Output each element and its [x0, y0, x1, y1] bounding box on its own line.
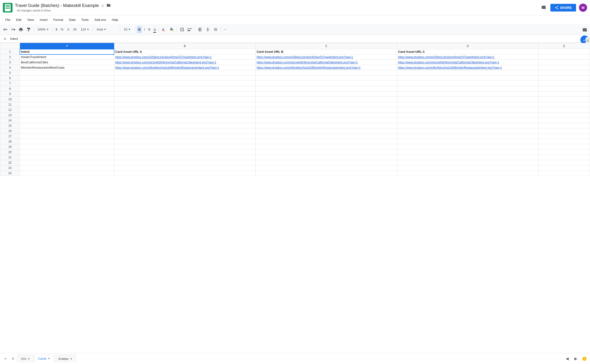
cell-r6-empty[interactable] — [538, 76, 590, 81]
cell-r6-c3[interactable] — [397, 76, 539, 81]
cell-r10-empty[interactable] — [538, 97, 590, 102]
cell-r3-c2[interactable]: https://www.dropbox.com/s/w1vefg5r9msyvh… — [256, 60, 397, 65]
align-v-button[interactable] — [204, 26, 211, 33]
strikethrough-button[interactable]: S — [147, 26, 152, 33]
cell-r17-c2[interactable] — [256, 134, 397, 139]
cell-r22-c2[interactable] — [256, 160, 397, 165]
cell-r19-c1[interactable] — [114, 144, 256, 150]
star-icon[interactable]: ☆ — [101, 3, 105, 8]
menu-insert[interactable]: Insert — [37, 17, 50, 23]
cell-r4-c1[interactable]: https://www.dropbox.com/s/8o4jdsrzfyq2ct… — [114, 65, 256, 70]
explore-button[interactable] — [581, 355, 588, 362]
cell-r4-c2[interactable]: https://www.dropbox.com/s/8o4jdsrzfyq2ct… — [256, 65, 397, 70]
cell-r3-c0[interactable]: BestCaliforniaCities — [20, 60, 114, 65]
col-header-c[interactable]: C — [256, 43, 397, 49]
cell-r1-c0[interactable]: Intent — [20, 49, 114, 54]
cell-r5-c3[interactable] — [397, 70, 539, 76]
cell-r22-c3[interactable] — [397, 160, 539, 165]
cell-r18-c1[interactable] — [114, 139, 256, 144]
cell-r23-c3[interactable] — [397, 165, 539, 171]
add-sheet-button[interactable]: + — [2, 355, 9, 362]
font-select[interactable]: Arial ▼ — [94, 26, 118, 33]
cell-r10-c3[interactable] — [397, 97, 539, 102]
cell-r4-empty[interactable] — [538, 65, 590, 70]
cell-r24-empty[interactable] — [538, 171, 590, 176]
cell-r11-c0[interactable] — [20, 102, 114, 107]
cell-r2-c0[interactable]: HowtoTravelIntent — [20, 54, 114, 60]
cell-r5-empty[interactable] — [538, 70, 590, 76]
cell-r18-empty[interactable] — [538, 139, 590, 144]
cell-r2-empty[interactable] — [538, 54, 590, 60]
cell-r23-c1[interactable] — [114, 165, 256, 171]
menu-edit[interactable]: Edit — [14, 17, 24, 23]
cell-r3-c1[interactable]: https://www.dropbox.com/s/w1vefg5r9msyvh… — [114, 60, 256, 65]
cell-r12-c1[interactable] — [114, 107, 256, 112]
cell-r24-c3[interactable] — [397, 171, 539, 176]
cell-r10-c1[interactable] — [114, 97, 256, 102]
print-button[interactable] — [17, 26, 25, 33]
cell-r19-c3[interactable] — [397, 144, 539, 150]
cell-r11-c1[interactable] — [114, 102, 256, 107]
underline-button[interactable]: U — [152, 26, 157, 33]
cell-r21-empty[interactable] — [538, 155, 590, 160]
cell-r6-c0[interactable] — [20, 76, 114, 81]
cell-r9-empty[interactable] — [538, 91, 590, 97]
formula-input[interactable] — [10, 37, 588, 40]
menu-addons[interactable]: Add-ons — [92, 17, 108, 23]
menu-tools[interactable]: Tools — [79, 17, 91, 23]
bold-button[interactable]: B — [137, 26, 142, 33]
cell-r8-c2[interactable] — [256, 86, 397, 91]
menu-help[interactable]: Help — [109, 17, 121, 23]
cell-r19-c0[interactable] — [20, 144, 114, 150]
cell-r1-c2[interactable]: Card Asset URL B — [256, 49, 397, 54]
menu-view[interactable]: View — [25, 17, 36, 23]
cell-r5-c1[interactable] — [114, 70, 256, 76]
cell-r18-c3[interactable] — [397, 139, 539, 144]
cell-r8-c3[interactable] — [397, 86, 539, 91]
share-button[interactable]: SHARE — [550, 4, 576, 12]
cell-r8-c1[interactable] — [114, 86, 256, 91]
cell-r17-c1[interactable] — [114, 134, 256, 139]
cell-r21-c0[interactable] — [20, 155, 114, 160]
cell-r18-c2[interactable] — [256, 139, 397, 144]
percent-button[interactable]: % — [59, 26, 65, 33]
decimal-less-button[interactable]: .00 — [71, 26, 78, 33]
cell-r15-c1[interactable] — [114, 123, 256, 128]
cell-r12-c3[interactable] — [397, 107, 539, 112]
cell-r4-c3[interactable]: https://www.dropbox.com/s/8o4jdsrzfyq2ct… — [397, 65, 539, 70]
col-header-d[interactable]: D — [397, 43, 539, 49]
borders-button[interactable] — [179, 26, 186, 33]
cell-r15-c0[interactable] — [20, 123, 114, 128]
cell-r15-c3[interactable] — [397, 123, 539, 128]
format-paint-button[interactable] — [25, 26, 32, 33]
tab-entities[interactable]: Entities ▼ — [55, 355, 76, 363]
cell-r13-c0[interactable] — [20, 112, 114, 118]
cell-r15-c2[interactable] — [256, 123, 397, 128]
cell-r23-c2[interactable] — [256, 165, 397, 171]
col-header-a[interactable]: A — [20, 43, 114, 49]
cell-r2-c1[interactable]: https://www.dropbox.com/s/j20ptxz1dcsksn… — [114, 54, 256, 60]
cell-r1-c3[interactable]: Card Asset URL C — [397, 49, 539, 54]
cell-r13-c2[interactable] — [256, 112, 397, 118]
cell-r11-c2[interactable] — [256, 102, 397, 107]
menu-data[interactable]: Data — [67, 17, 78, 23]
undo-button[interactable] — [2, 26, 9, 33]
zoom-select[interactable]: 100% ▼ — [35, 26, 51, 33]
more-options-button[interactable]: ⋯ — [222, 26, 228, 33]
cell-r6-c1[interactable] — [114, 76, 256, 81]
cell-r16-c3[interactable] — [397, 128, 539, 134]
number-format-select[interactable]: 123 ▼ — [79, 26, 92, 33]
sheet-list-button[interactable]: ≡ — [10, 355, 16, 362]
cell-r17-c0[interactable] — [20, 134, 114, 139]
decimal-more-button[interactable]: .0 — [65, 26, 71, 33]
cell-r13-c3[interactable] — [397, 112, 539, 118]
cell-r22-c0[interactable] — [20, 160, 114, 165]
nav-left-button[interactable]: ◀ — [563, 355, 571, 362]
cell-r21-c2[interactable] — [256, 155, 397, 160]
tab-cards[interactable]: Cards ▼ — [35, 355, 54, 363]
cell-r7-c3[interactable] — [397, 81, 539, 86]
fill-color-button[interactable] — [168, 26, 175, 33]
cell-r13-empty[interactable] — [538, 112, 590, 118]
cell-r18-c0[interactable] — [20, 139, 114, 144]
cell-r3-c3[interactable]: https://www.dropbox.com/s/w1vefg5r9msyvh… — [397, 60, 539, 65]
